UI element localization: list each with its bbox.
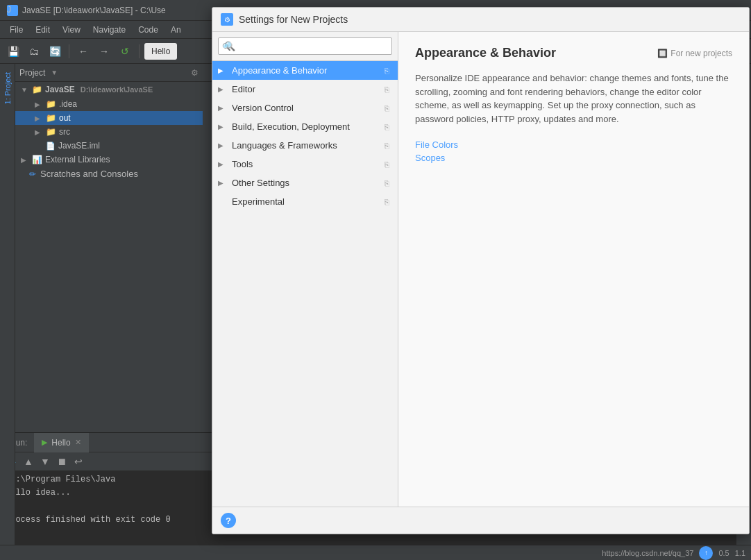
nav-experimental[interactable]: Experimental ⎘ [212, 192, 398, 211]
status-right: https://blog.csdn.net/qq_37 ↑ 0.5 1.1 [602, 546, 745, 560]
appearance-arrow-icon: ▶ [218, 67, 223, 74]
menu-navigate[interactable]: Navigate [87, 24, 131, 36]
idea-folder-icon: 📁 [46, 99, 56, 109]
settings-search-area [212, 32, 398, 61]
src-folder-icon: 📁 [46, 127, 56, 137]
run-tab-icon: ▶ [42, 438, 47, 447]
tools-ext-icon: ⎘ [385, 160, 389, 169]
settings-gear-icon: ⚙ [221, 13, 233, 26]
other-ext-icon: ⎘ [385, 179, 389, 187]
settings-body: ▶ Appearance & Behavior ⎘ ▶ Editor ⎘ ▶ V… [212, 32, 749, 507]
exp-ext-icon: ⎘ [385, 198, 389, 206]
tools-arrow-icon: ▶ [218, 160, 223, 168]
nav-tools[interactable]: ▶ Tools ⎘ [212, 155, 398, 173]
run-wrap-button[interactable]: ↩ [71, 454, 86, 469]
settings-dialog-title: Settings for New Projects [239, 14, 348, 25]
nav-languages[interactable]: ▶ Languages & Frameworks ⎘ [212, 136, 398, 155]
run-stop-button[interactable]: ⏹ [54, 454, 69, 469]
lang-arrow-icon: ▶ [218, 142, 223, 149]
forward-button[interactable]: → [95, 42, 113, 60]
tree-iml-file[interactable]: 📄 JavaSE.iml [15, 139, 203, 153]
status-extra: 1.1 [735, 549, 745, 557]
tree-src-folder[interactable]: ▶ 📁 src [15, 125, 203, 139]
run-scroll-down-button[interactable]: ▼ [37, 454, 53, 469]
root-arrow: ▼ [21, 86, 29, 94]
menu-edit[interactable]: Edit [30, 24, 56, 36]
nav-build-label: Build, Execution, Deployment [232, 121, 350, 132]
idea-arrow: ▶ [35, 101, 43, 108]
tree-external-libraries[interactable]: ▶ 📊 External Libraries [15, 153, 203, 167]
back-button[interactable]: ← [74, 42, 92, 60]
vc-arrow-icon: ▶ [218, 104, 223, 112]
status-url[interactable]: https://blog.csdn.net/qq_37 [602, 549, 693, 557]
tree-idea-folder[interactable]: ▶ 📁 .idea [15, 97, 203, 111]
link-scopes[interactable]: Scopes [415, 153, 732, 163]
status-bar: https://blog.csdn.net/qq_37 ↑ 0.5 1.1 [0, 545, 751, 560]
nav-appearance-behavior[interactable]: ▶ Appearance & Behavior ⎘ [212, 61, 398, 80]
help-button[interactable]: ? [221, 513, 236, 528]
lang-ext-icon: ⎘ [385, 142, 389, 150]
link-file-colors[interactable]: File Colors [415, 139, 732, 150]
root-name: JavaSE [45, 85, 75, 94]
title-text: JavaSE [D:\ideawork\JavaSE] - C:\Use [22, 6, 166, 15]
run-tab-hello[interactable]: ▶ Hello ✕ [34, 433, 88, 452]
scratches-and-consoles[interactable]: ✏ Scratches and Consoles [15, 167, 203, 181]
revert-button[interactable]: ↺ [116, 42, 134, 60]
status-position: 0.5 [718, 549, 729, 557]
settings-right-title: Appearance & Behavior [415, 46, 556, 60]
menu-analyze[interactable]: An [165, 24, 187, 36]
build-arrow-icon: ▶ [218, 123, 223, 130]
project-panel: Project ▼ ⚙ ▼ 📁 JavaSE D:\ideawork\JavaS… [15, 64, 203, 448]
out-folder-label: out [59, 113, 71, 123]
ext-lib-arrow: ▶ [21, 156, 29, 164]
panel-dropdown-icon[interactable]: ▼ [51, 69, 58, 76]
save-button[interactable]: 💾 [4, 42, 22, 60]
nav-appearance-label: Appearance & Behavior [232, 65, 327, 76]
run-config-selector[interactable]: Hello [144, 43, 177, 60]
panel-header: Project ▼ ⚙ [15, 64, 203, 82]
toolbar-divider [69, 44, 69, 58]
settings-right-desc: Personalize IDE appearance and behavior:… [415, 71, 732, 126]
menu-view[interactable]: View [57, 24, 86, 36]
iml-file-label: JavaSE.iml [58, 141, 100, 151]
settings-search-input[interactable] [218, 37, 392, 55]
menu-file[interactable]: File [4, 24, 28, 36]
left-tab-bar: 1: Project [0, 64, 15, 545]
appearance-ext-icon: ⎘ [385, 67, 389, 75]
root-folder-icon: 📁 [32, 85, 42, 94]
nav-lang-label: Languages & Frameworks [232, 140, 337, 151]
build-ext-icon: ⎘ [385, 123, 389, 131]
nav-exp-label: Experimental [232, 196, 285, 207]
run-scroll-up-button[interactable]: ▲ [21, 454, 36, 469]
settings-nav: ▶ Appearance & Behavior ⎘ ▶ Editor ⎘ ▶ V… [212, 61, 398, 507]
nav-editor[interactable]: ▶ Editor ⎘ [212, 80, 398, 99]
settings-left-panel: ▶ Appearance & Behavior ⎘ ▶ Editor ⎘ ▶ V… [212, 32, 398, 507]
editor-ext-icon: ⎘ [385, 85, 389, 94]
sync-button[interactable]: 🔄 [46, 42, 64, 60]
tab-project[interactable]: 1: Project [1, 67, 14, 110]
run-config-name: Hello [151, 46, 170, 56]
menu-code[interactable]: Code [133, 24, 164, 36]
nav-tools-label: Tools [232, 159, 253, 169]
ext-lib-label: External Libraries [45, 155, 110, 164]
tree-root-item[interactable]: ▼ 📁 JavaSE D:\ideawork\JavaSE [15, 82, 203, 97]
nav-build[interactable]: ▶ Build, Execution, Deployment ⎘ [212, 117, 398, 136]
settings-right-badge: 🔲 For new projects [657, 49, 732, 58]
panel-settings-icon[interactable]: ⚙ [191, 68, 199, 78]
vc-ext-icon: ⎘ [385, 104, 389, 112]
nav-other-label: Other Settings [232, 178, 289, 188]
save-all-button[interactable]: 🗂 [25, 42, 43, 60]
nav-version-control[interactable]: ▶ Version Control ⎘ [212, 99, 398, 117]
toolbar-divider-2 [139, 44, 140, 58]
settings-title-bar: ⚙ Settings for New Projects [212, 8, 749, 32]
iml-file-icon: 📄 [46, 142, 56, 151]
nav-vc-label: Version Control [232, 103, 294, 113]
run-tab-close-icon[interactable]: ✕ [75, 438, 81, 447]
nav-other[interactable]: ▶ Other Settings ⎘ [212, 173, 398, 192]
src-folder-label: src [59, 127, 70, 137]
tree-out-folder[interactable]: ▶ 📁 out [15, 111, 203, 125]
out-folder-icon: 📁 [46, 113, 56, 123]
status-overlay-icon[interactable]: ↑ [699, 546, 713, 560]
settings-right-panel: Appearance & Behavior 🔲 For new projects… [398, 32, 749, 507]
idea-folder-label: .idea [59, 99, 77, 109]
